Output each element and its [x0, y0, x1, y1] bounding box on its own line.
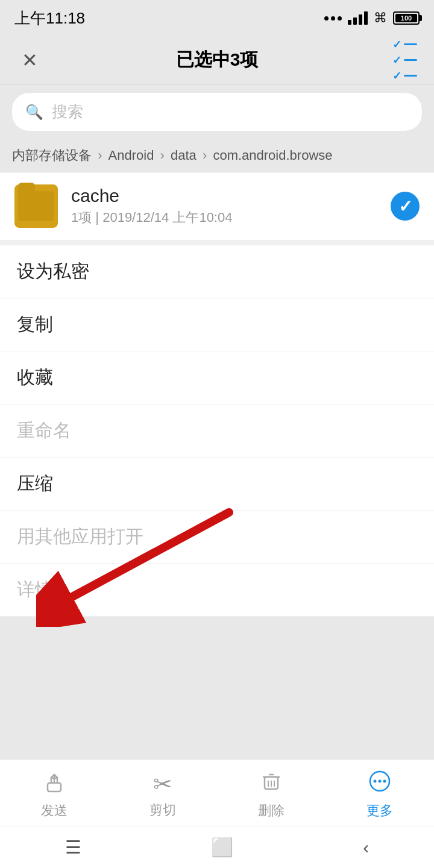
file-selected-check[interactable]: ✓: [391, 192, 420, 221]
more-icon: [368, 770, 391, 798]
breadcrumb-part-3: data: [171, 148, 197, 163]
folder-shape: [18, 191, 54, 221]
wifi-icon: ⌘: [374, 10, 387, 26]
menu-item-label: 收藏: [17, 365, 53, 390]
nav-back-icon[interactable]: ‹: [363, 837, 369, 858]
search-icon: 🔍: [25, 104, 43, 121]
menu-item-copy[interactable]: 复制: [0, 298, 434, 351]
battery-icon: 100: [393, 11, 420, 25]
status-bar: 上午11:18 ⌘ 100: [0, 0, 434, 36]
more-label: 更多: [366, 802, 393, 820]
svg-point-13: [383, 780, 386, 783]
send-icon: [43, 770, 66, 798]
page-title: 已选中3项: [176, 48, 259, 72]
close-button[interactable]: ✕: [14, 45, 45, 75]
file-item[interactable]: cache 1项 | 2019/12/14 上午10:04 ✓: [0, 172, 434, 241]
search-input-wrap[interactable]: 🔍 搜索: [12, 93, 422, 131]
send-label: 发送: [41, 802, 68, 820]
breadcrumb-part-4: com.android.browse: [213, 148, 332, 163]
bottom-toolbar: 发送 ✂ 剪切 删除: [0, 759, 434, 826]
toolbar-cut-button[interactable]: ✂ 剪切: [108, 771, 217, 819]
delete-icon: [260, 770, 283, 798]
nav-bar: ☰ ⬜ ‹: [0, 826, 434, 868]
toolbar-delete-button[interactable]: 删除: [217, 770, 326, 820]
status-time: 上午11:18: [14, 8, 85, 29]
menu-item-favorite[interactable]: 收藏: [0, 351, 434, 404]
nav-menu-icon[interactable]: ☰: [65, 837, 81, 858]
section-divider: [0, 241, 434, 245]
file-info: cache 1项 | 2019/12/14 上午10:04: [71, 186, 377, 227]
checkmark-icon: ✓: [398, 197, 412, 216]
close-icon: ✕: [22, 49, 38, 72]
menu-item-label: 压缩: [17, 471, 53, 496]
delete-label: 删除: [258, 802, 285, 820]
file-name: cache: [71, 186, 377, 206]
svg-point-11: [374, 780, 377, 783]
menu-item-compress[interactable]: 压缩: [0, 458, 434, 511]
breadcrumb-part-2: Android: [108, 148, 154, 163]
select-all-button[interactable]: ✓ ✓ ✓: [389, 45, 420, 75]
menu-item-label: 详情: [17, 577, 53, 602]
file-meta: 1项 | 2019/12/14 上午10:04: [71, 209, 377, 227]
cut-icon: ✂: [153, 771, 172, 797]
menu-item-set-private[interactable]: 设为私密: [0, 245, 434, 298]
search-input[interactable]: 搜索: [52, 101, 83, 122]
search-bar: 🔍 搜索: [0, 84, 434, 139]
signal-bars-icon: [348, 11, 368, 25]
cut-label: 剪切: [149, 801, 176, 819]
signal-dots-icon: [324, 16, 342, 20]
context-menu: 设为私密 复制 收藏 重命名 压缩 用其他应用打开 详情: [0, 245, 434, 617]
svg-point-12: [379, 780, 382, 783]
menu-item-details[interactable]: 详情: [0, 564, 434, 617]
breadcrumb: 内部存储设备 › Android › data › com.android.br…: [0, 139, 434, 172]
menu-item-rename[interactable]: 重命名: [0, 404, 434, 458]
menu-item-open-with[interactable]: 用其他应用打开: [0, 511, 434, 564]
status-icons: ⌘ 100: [324, 10, 420, 26]
checklist-icon: ✓ ✓ ✓: [392, 38, 417, 83]
menu-item-label: 重命名: [17, 418, 71, 443]
breadcrumb-part-1: 内部存储设备: [12, 148, 92, 163]
svg-rect-2: [48, 783, 61, 791]
top-bar: ✕ 已选中3项 ✓ ✓ ✓: [0, 36, 434, 84]
toolbar-send-button[interactable]: 发送: [0, 770, 108, 820]
menu-item-label: 复制: [17, 312, 53, 337]
menu-item-label: 用其他应用打开: [17, 524, 143, 549]
menu-item-label: 设为私密: [17, 259, 89, 284]
nav-home-icon[interactable]: ⬜: [211, 837, 233, 858]
folder-icon: [14, 184, 58, 228]
toolbar-more-button[interactable]: 更多: [326, 770, 434, 820]
